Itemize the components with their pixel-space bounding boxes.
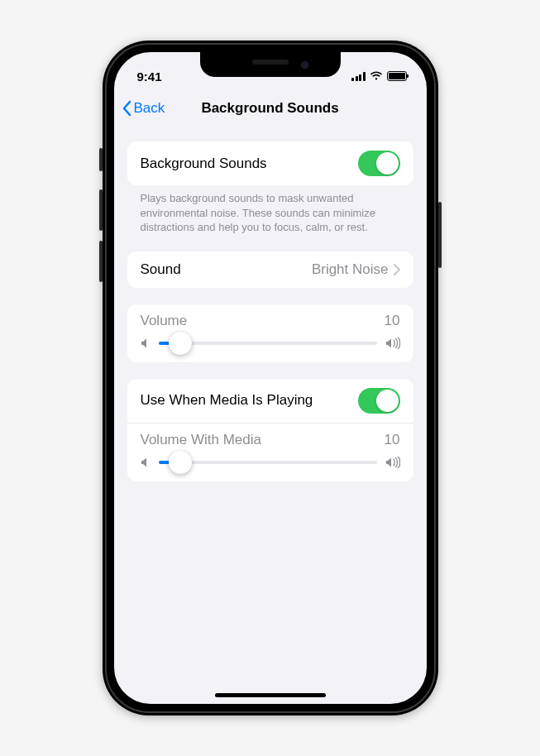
content: Background Sounds Plays background sound… xyxy=(114,127,427,481)
volume-slider[interactable] xyxy=(159,342,377,345)
volume-card: Volume 10 xyxy=(127,304,413,362)
speaker-high-icon xyxy=(385,337,400,349)
speaker-high-icon xyxy=(385,457,400,468)
back-label: Back xyxy=(134,100,165,117)
sound-card: Sound Bright Noise xyxy=(127,251,413,288)
volume-slider-thumb[interactable] xyxy=(169,332,192,355)
media-card: Use When Media Is Playing Volume With Me… xyxy=(127,379,413,481)
volume-down-button xyxy=(99,241,103,282)
phone-frame: 9:41 Back Background Sounds xyxy=(103,41,438,715)
background-sounds-toggle[interactable] xyxy=(358,151,400,176)
volume-with-media-header: Volume With Media 10 xyxy=(141,432,400,448)
battery-icon xyxy=(387,71,407,81)
use-when-media-toggle[interactable] xyxy=(358,388,400,414)
speaker-low-icon xyxy=(141,337,151,349)
sound-value: Bright Noise xyxy=(312,261,389,278)
sound-row[interactable]: Sound Bright Noise xyxy=(127,251,413,288)
front-camera xyxy=(300,60,309,69)
status-time: 9:41 xyxy=(137,69,162,84)
earpiece-speaker xyxy=(252,60,289,65)
background-sounds-card: Background Sounds xyxy=(127,141,413,185)
wifi-icon xyxy=(370,71,383,81)
volume-header: Volume 10 xyxy=(141,313,400,329)
screen: 9:41 Back Background Sounds xyxy=(114,52,427,704)
chevron-left-icon xyxy=(122,100,132,117)
volume-with-media-label: Volume With Media xyxy=(141,432,261,448)
sound-value-group: Bright Noise xyxy=(312,261,400,278)
use-when-media-row: Use When Media Is Playing xyxy=(127,379,413,423)
volume-up-button xyxy=(99,189,103,231)
chevron-right-icon xyxy=(394,264,400,275)
volume-label: Volume xyxy=(141,313,188,329)
volume-with-media-value: 10 xyxy=(385,432,400,448)
power-button xyxy=(438,202,442,268)
status-icons xyxy=(351,71,407,81)
background-sounds-row: Background Sounds xyxy=(127,141,413,185)
use-when-media-label: Use When Media Is Playing xyxy=(141,392,313,409)
volume-value: 10 xyxy=(385,313,400,329)
back-button[interactable]: Back xyxy=(122,100,165,117)
volume-slider-row: Volume 10 xyxy=(127,304,413,362)
mute-switch xyxy=(99,148,103,171)
notch xyxy=(200,52,341,77)
volume-with-media-slider-thumb[interactable] xyxy=(169,451,192,474)
home-indicator[interactable] xyxy=(215,693,326,697)
volume-with-media-slider[interactable] xyxy=(159,461,377,464)
background-sounds-label: Background Sounds xyxy=(141,156,267,172)
sound-label: Sound xyxy=(141,261,181,278)
navigation-bar: Back Background Sounds xyxy=(114,90,427,127)
speaker-low-icon xyxy=(141,457,151,468)
volume-with-media-row: Volume With Media 10 xyxy=(127,423,413,481)
cellular-signal-icon xyxy=(351,72,366,81)
background-sounds-description: Plays background sounds to mask unwanted… xyxy=(127,185,413,235)
